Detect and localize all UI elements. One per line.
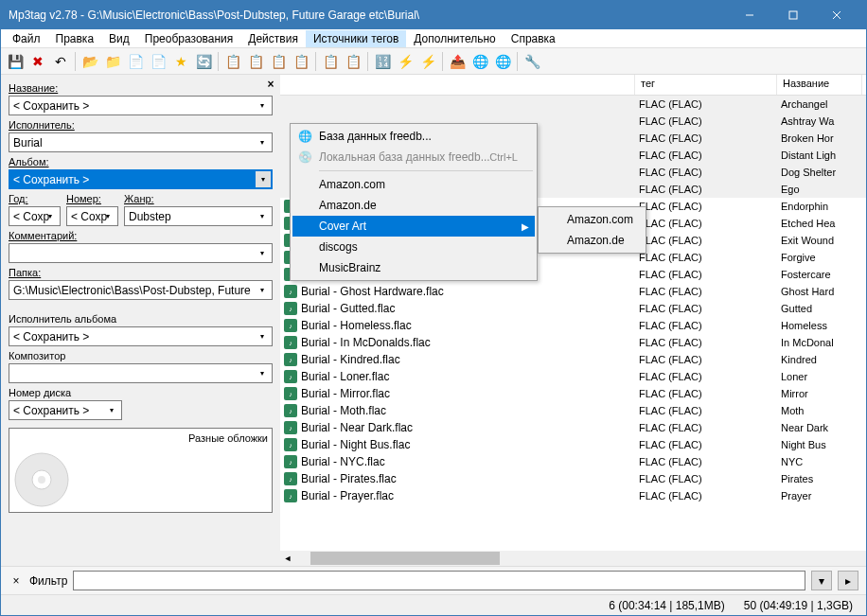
menu-вид[interactable]: Вид xyxy=(101,30,137,47)
artist-combo[interactable]: Burial▾ xyxy=(9,132,273,152)
toolbar: 💾 ✖ ↶ 📂 📁 📄 📄 ★ 🔄 📋 📋 📋 📋 📋 📋 🔢 ⚡ ⚡ 📤 🌐 … xyxy=(1,48,866,75)
menu-item[interactable]: Cover Art▶ xyxy=(292,216,535,237)
audio-file-icon: ♪ xyxy=(284,370,297,383)
minimize-button[interactable] xyxy=(728,1,771,29)
discnum-combo[interactable]: < Сохранить >▾ xyxy=(9,400,122,420)
track-combo[interactable]: < Сохр▾ xyxy=(66,206,118,226)
albumartist-combo[interactable]: < Сохранить >▾ xyxy=(9,326,273,346)
menu-item: 💿Локальная база данных freedb...Ctrl+L xyxy=(292,147,535,167)
title-combo[interactable]: < Сохранить >▾ xyxy=(9,96,273,115)
discnum-label: Номер диска xyxy=(9,387,273,398)
playlist-button[interactable]: 📄 xyxy=(125,51,146,72)
composer-combo[interactable]: ▾ xyxy=(9,363,273,383)
undo-button[interactable]: ↶ xyxy=(50,51,71,72)
submenu-item[interactable]: Amazon.de xyxy=(540,230,644,251)
folder-combo[interactable]: G:\Music\Electronic\Bass\Post-Dubstep, F… xyxy=(9,280,273,300)
open-folder-button[interactable]: 📂 xyxy=(80,51,100,72)
filter-close-button[interactable]: × xyxy=(9,573,24,589)
audio-file-icon: ♪ xyxy=(284,489,297,502)
cd-icon xyxy=(13,451,70,508)
album-label: Альбом: xyxy=(9,156,273,167)
column-header[interactable] xyxy=(280,75,635,95)
menu-преобразования[interactable]: Преобразования xyxy=(137,30,241,47)
coverart-submenu: Amazon.comAmazon.de xyxy=(538,206,646,254)
save-button[interactable]: 💾 xyxy=(5,51,26,72)
number-button[interactable]: 🔢 xyxy=(372,51,393,72)
genre-label: Жанр: xyxy=(124,193,273,204)
genre-combo[interactable]: Dubstep▾ xyxy=(124,206,273,226)
table-row[interactable]: FLAC (FLAC)Archangel xyxy=(280,96,866,113)
table-row[interactable]: ♪Burial - Gutted.flacFLAC (FLAC)Gutted xyxy=(280,300,866,317)
filter-dropdown-button[interactable]: ▾ xyxy=(811,571,832,590)
menu-item[interactable]: Amazon.de xyxy=(292,195,535,216)
audio-file-icon: ♪ xyxy=(284,455,297,468)
title-label: Название: xyxy=(9,82,273,94)
filter-input[interactable] xyxy=(73,571,805,590)
table-row[interactable]: ♪Burial - Night Bus.flacFLAC (FLAC)Night… xyxy=(280,436,866,453)
disc-icon: 💿 xyxy=(296,150,313,164)
menu-item[interactable]: MusicBrainz xyxy=(292,257,535,278)
art-label: Разные обложки xyxy=(188,432,268,444)
album-combo[interactable]: < Сохранить >▾ xyxy=(9,169,273,189)
menu-действия[interactable]: Действия xyxy=(240,30,306,47)
table-row[interactable]: ♪Burial - Prayer.flacFLAC (FLAC)Prayer xyxy=(280,487,866,504)
close-button[interactable] xyxy=(815,1,858,29)
table-row[interactable]: ♪Burial - NYC.flacFLAC (FLAC)NYC xyxy=(280,453,866,470)
filter-label: Фильтр xyxy=(29,574,67,588)
audio-file-icon: ♪ xyxy=(284,421,297,434)
audio-file-icon: ♪ xyxy=(284,285,297,298)
menu-item[interactable]: Amazon.com xyxy=(292,174,535,195)
table-row[interactable]: ♪Burial - Pirates.flacFLAC (FLAC)Pirates xyxy=(280,470,866,487)
menu-дополнительно[interactable]: Дополнительно xyxy=(406,30,503,47)
refresh-button[interactable]: 🔄 xyxy=(193,51,214,72)
track-label: Номер: xyxy=(66,193,118,204)
menu-источники тегов[interactable]: Источники тегов xyxy=(306,30,406,47)
tools-button[interactable]: 🔧 xyxy=(522,51,542,72)
table-row[interactable]: ♪Burial - Near Dark.flacFLAC (FLAC)Near … xyxy=(280,419,866,436)
add-folder-button[interactable]: 📁 xyxy=(102,51,123,72)
tag-sources-menu: 🌐База данных freedb...💿Локальная база да… xyxy=(290,123,538,281)
comment-label: Комментарий: xyxy=(9,230,273,241)
year-combo[interactable]: < Сохр▾ xyxy=(9,206,61,226)
table-row[interactable]: ♪Burial - Kindred.flacFLAC (FLAC)Kindred xyxy=(280,351,866,368)
quick-action-button[interactable]: ⚡ xyxy=(417,51,438,72)
table-row[interactable]: ♪Burial - Mirror.flacFLAC (FLAC)Mirror xyxy=(280,385,866,402)
websources-button[interactable]: 🌐 xyxy=(492,51,513,72)
copy-button[interactable]: 📋 xyxy=(320,51,341,72)
column-header[interactable]: Название xyxy=(777,75,862,95)
column-header[interactable]: тег xyxy=(635,75,777,95)
actions-button[interactable]: ⚡ xyxy=(395,51,416,72)
menu-правка[interactable]: Правка xyxy=(48,30,102,47)
svg-point-6 xyxy=(38,476,45,484)
panel-close-button[interactable]: × xyxy=(263,77,278,92)
list-header: тегНазвание xyxy=(280,75,866,96)
favorite-button[interactable]: ★ xyxy=(170,51,191,72)
comment-combo[interactable]: ▾ xyxy=(9,243,273,263)
freedb-button[interactable]: 🌐 xyxy=(469,51,490,72)
text-file-button[interactable]: 📋 xyxy=(268,51,289,72)
table-row[interactable]: ♪Burial - Homeless.flacFLAC (FLAC)Homele… xyxy=(280,317,866,334)
tag-file-button[interactable]: 📋 xyxy=(222,51,243,72)
delete-button[interactable]: ✖ xyxy=(27,51,48,72)
file-tag-button[interactable]: 📋 xyxy=(245,51,266,72)
table-row[interactable]: ♪Burial - Ghost Hardware.flacFLAC (FLAC)… xyxy=(280,283,866,300)
submenu-item[interactable]: Amazon.com xyxy=(540,209,644,230)
paste-button[interactable]: 📋 xyxy=(343,51,363,72)
cover-art-box[interactable]: Разные обложки xyxy=(9,428,273,513)
horizontal-scrollbar[interactable]: ◄ xyxy=(280,551,866,566)
tag-tag-button[interactable]: 📋 xyxy=(291,51,311,72)
composer-label: Композитор xyxy=(9,350,273,361)
audio-file-icon: ♪ xyxy=(284,319,297,332)
menu-справка[interactable]: Справка xyxy=(504,30,563,47)
playlist2-button[interactable]: 📄 xyxy=(148,51,168,72)
export-button[interactable]: 📤 xyxy=(447,51,468,72)
table-row[interactable]: ♪Burial - Moth.flacFLAC (FLAC)Moth xyxy=(280,402,866,419)
menubar: ФайлПравкаВидПреобразованияДействияИсточ… xyxy=(1,29,866,48)
table-row[interactable]: ♪Burial - In McDonalds.flacFLAC (FLAC)In… xyxy=(280,334,866,351)
filter-go-button[interactable]: ▸ xyxy=(838,571,858,590)
menu-item[interactable]: discogs xyxy=(292,237,535,257)
menu-файл[interactable]: Файл xyxy=(5,30,48,47)
menu-item[interactable]: 🌐База данных freedb... xyxy=(292,126,535,147)
table-row[interactable]: ♪Burial - Loner.flacFLAC (FLAC)Loner xyxy=(280,368,866,385)
maximize-button[interactable] xyxy=(771,1,815,29)
